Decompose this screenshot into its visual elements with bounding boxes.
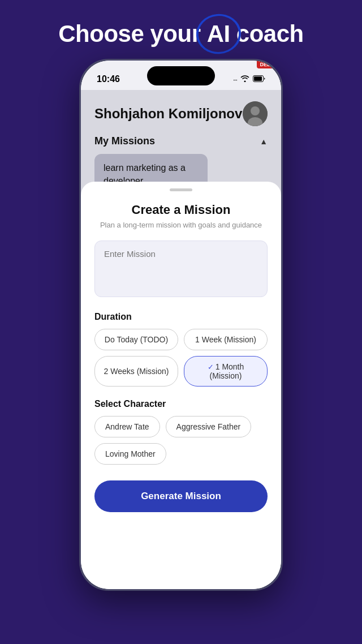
duration-options: Do Today (TODO) 1 Week (Mission) 2 Weeks… [94,329,268,387]
status-bar: 10:46 [81,61,281,90]
missions-arrow-icon: ▲ [260,137,268,146]
character-andrew-tate[interactable]: Andrew Tate [94,416,160,437]
character-options: Andrew Tate Aggressive Father Loving Mot… [94,416,268,465]
page-header: Choose your AI coach [0,0,362,59]
duration-label: Duration [94,312,268,322]
ai-circled-word: AI [207,20,230,48]
user-header: Shohjahon Komiljonov [94,101,268,126]
signal-dots-icon [233,74,237,84]
mission-input[interactable] [94,241,268,297]
notch [147,66,215,85]
sheet-title: Create a Mission [94,203,268,217]
status-icons [233,74,265,84]
sheet-subtitle: Plan a long-term mission with goals and … [94,221,268,229]
avatar [243,101,268,126]
bottom-sheet: Create a Mission Plan a long-term missio… [81,182,281,589]
wifi-icon [240,74,249,84]
duration-do-today[interactable]: Do Today (TODO) [94,329,178,350]
debug-badge: DEBUG [257,61,281,68]
user-name: Shohjahon Komiljonov [94,106,242,122]
phone-frame: 10:46 [79,59,283,591]
character-aggressive-father[interactable]: Aggressive Father [166,416,252,437]
svg-point-3 [251,106,260,115]
checkmark-icon: ✓ [208,363,214,371]
status-time: 10:46 [97,74,120,84]
duration-one-month[interactable]: ✓1 Month (Mission) [184,356,268,387]
missions-title: My Missions [94,135,155,147]
svg-rect-1 [254,76,262,81]
generate-mission-button[interactable]: Generate Mission [94,480,268,512]
missions-header: My Missions ▲ [94,135,268,147]
duration-one-week[interactable]: 1 Week (Mission) [184,329,268,350]
character-label: Select Character [94,399,268,409]
sheet-handle [170,188,192,191]
battery-icon [253,74,265,84]
character-loving-mother[interactable]: Loving Mother [94,443,166,465]
page-title: Choose your AI coach [58,20,303,47]
duration-two-weeks[interactable]: 2 Weeks (Mission) [94,356,178,387]
phone-screen: 10:46 [81,61,281,589]
